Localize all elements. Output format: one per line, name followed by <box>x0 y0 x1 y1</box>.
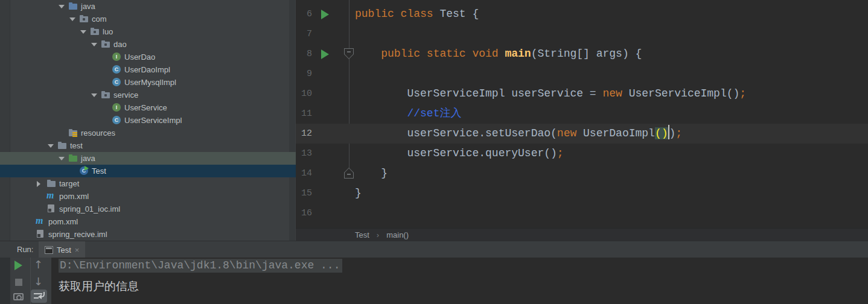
tree-row-java[interactable]: java <box>0 152 296 165</box>
class-icon: C <box>112 116 121 124</box>
fold-start-icon[interactable] <box>344 48 354 59</box>
maven-icon: m <box>47 192 56 200</box>
tree-item-label: dao <box>113 40 127 49</box>
interface-icon: I <box>112 53 121 61</box>
tree-row-resources[interactable]: resources <box>0 127 296 139</box>
tree-row-luo[interactable]: luo <box>0 25 296 38</box>
tree-row-java[interactable]: java <box>0 0 296 13</box>
tree-item-label: luo <box>103 27 113 36</box>
console-edge-strip <box>0 258 10 304</box>
chevron-down-icon[interactable] <box>59 5 65 8</box>
line-number-10: 10 <box>296 84 312 104</box>
tree-row-usermysqlimpl[interactable]: CUserMysqlImpl <box>0 76 296 89</box>
code-line-6[interactable]: public class Test { <box>355 4 479 24</box>
tree-row-userdao[interactable]: IUserDao <box>0 51 296 63</box>
chevron-down-icon[interactable] <box>69 17 75 21</box>
tree-item-label: pom.xml <box>59 192 89 201</box>
run-label: Run: <box>17 241 33 258</box>
folder-icon <box>47 180 56 188</box>
breadcrumb-class[interactable]: Test <box>355 229 369 241</box>
soft-wrap-toggle[interactable] <box>31 290 47 303</box>
chevron-right-icon[interactable] <box>37 181 40 187</box>
code-line-12[interactable]: userService.setUserDao(new UserDaoImpl()… <box>355 124 682 144</box>
line-number-6: 6 <box>296 4 312 24</box>
console-output-line: 获取用户的信息 <box>59 279 139 294</box>
tree-row-userdaoimpl[interactable]: CUserDaoImpl <box>0 63 296 76</box>
project-tree: javacomluodaoIUserDaoCUserDaoImplCUserMy… <box>0 0 296 241</box>
package-icon <box>101 91 110 99</box>
folder-source-icon <box>69 2 78 10</box>
line-number-13: 13 <box>296 144 312 163</box>
chevron-down-icon[interactable] <box>91 93 97 97</box>
tree-item-label: UserDaoImpl <box>124 65 170 74</box>
tree-item-label: UserService <box>124 103 167 112</box>
package-icon <box>101 40 110 48</box>
tree-row-target[interactable]: target <box>0 177 296 190</box>
tree-item-label: java <box>81 2 95 11</box>
console-command-line[interactable]: D:\Environment\Java\jdk1.8\bin\java.exe … <box>59 259 342 271</box>
code-line-15[interactable]: } <box>355 183 362 203</box>
breadcrumb-method[interactable]: main() <box>386 229 409 241</box>
chevron-down-icon[interactable] <box>80 30 86 34</box>
run-gutter-icon-line-8[interactable] <box>321 49 329 59</box>
tree-item-label: java <box>81 154 95 163</box>
chevron-down-icon[interactable] <box>91 43 97 46</box>
class-icon: C <box>112 78 121 86</box>
class-icon: C <box>112 66 121 74</box>
tree-row-com[interactable]: com <box>0 13 296 25</box>
run-tab-test[interactable]: Test × <box>39 241 85 258</box>
tree-row-userserviceimpl[interactable]: CUserServiceImpl <box>0 114 296 127</box>
maven-icon: m <box>36 218 45 226</box>
tree-row-test[interactable]: test <box>0 139 296 152</box>
chevron-down-icon[interactable] <box>48 144 54 148</box>
tree-row-pom-xml[interactable]: mpom.xml <box>0 215 296 228</box>
up-stack-trace-button[interactable]: ↑ <box>34 258 43 271</box>
run-gutter-icon-line-6[interactable] <box>321 10 329 19</box>
line-number-14: 14 <box>296 163 312 183</box>
code-editor[interactable]: 6public class Test {78 public static voi… <box>296 0 868 228</box>
down-stack-trace-button[interactable]: ↓ <box>34 275 43 288</box>
tree-row-spring-recive-iml[interactable]: spring_recive.iml <box>0 228 296 241</box>
project-tool-window: javacomluodaoIUserDaoCUserDaoImplCUserMy… <box>0 0 296 241</box>
breadcrumb: Test › main() <box>296 228 868 241</box>
tree-item-label: UserServiceImpl <box>124 116 182 125</box>
code-line-10[interactable]: UserServiceImpl userService = new UserSe… <box>355 84 746 104</box>
line-number-11: 11 <box>296 104 312 124</box>
breadcrumb-separator-icon: › <box>377 229 379 241</box>
tree-row-pom-xml[interactable]: mpom.xml <box>0 190 296 203</box>
chevron-down-icon[interactable] <box>59 157 65 160</box>
dump-threads-icon[interactable] <box>13 293 24 300</box>
tree-item-label: Test <box>92 166 106 176</box>
ide-window: javacomluodaoIUserDaoCUserDaoImplCUserMy… <box>0 0 868 304</box>
code-line-11[interactable]: //set注入 <box>355 104 461 124</box>
tab-close-icon[interactable]: × <box>75 245 80 255</box>
package-icon <box>80 15 89 23</box>
console-icon <box>45 246 53 254</box>
code-line-13[interactable]: userService.queryUser(); <box>355 144 564 163</box>
line-number-8: 8 <box>296 44 312 64</box>
tree-item-label: service <box>113 90 138 100</box>
code-line-14[interactable]: } <box>355 163 388 183</box>
folder-test-icon <box>69 154 78 162</box>
tree-row-dao[interactable]: dao <box>0 38 296 51</box>
stop-button[interactable] <box>15 279 22 286</box>
package-icon <box>91 28 100 36</box>
tree-item-label: UserDao <box>124 52 155 62</box>
tree-row-userservice[interactable]: IUserService <box>0 101 296 114</box>
interface-icon: I <box>112 104 121 112</box>
tree-row-spring-01-ioc-iml[interactable]: spring_01_ioc.iml <box>0 203 296 215</box>
run-tool-window-header: Run: Test × <box>0 241 868 258</box>
tree-item-label: UserMysqlImpl <box>124 78 176 87</box>
folder-icon <box>58 142 67 150</box>
tree-row-test[interactable]: CTest <box>0 165 296 177</box>
tree-row-service[interactable]: service <box>0 89 296 101</box>
fold-end-icon[interactable] <box>344 168 354 179</box>
line-number-12: 12 <box>296 124 312 144</box>
rerun-button[interactable] <box>14 261 22 270</box>
run-tab-title: Test <box>57 245 71 255</box>
iml-icon <box>47 205 56 213</box>
code-line-8[interactable]: public static void main(String[] args) { <box>355 44 642 64</box>
fold-guide-line <box>349 0 349 169</box>
line-number-9: 9 <box>296 64 312 84</box>
tree-item-label: spring_recive.iml <box>48 230 107 239</box>
